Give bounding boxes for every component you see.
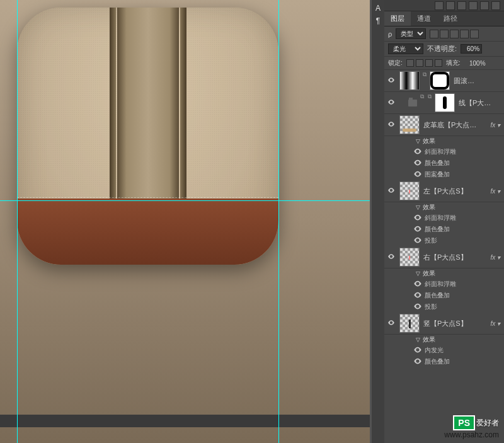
- layer-name[interactable]: 右【P大点S】: [422, 253, 488, 262]
- visibility-icon[interactable]: [387, 76, 395, 84]
- tab-layers[interactable]: 图层: [384, 11, 411, 26]
- svg-point-5: [417, 162, 419, 164]
- paragraph-icon[interactable]: ¶: [376, 16, 380, 25]
- layer-name[interactable]: 线【P大…: [457, 98, 503, 108]
- visibility-icon[interactable]: [387, 319, 395, 326]
- visibility-icon[interactable]: [413, 291, 422, 299]
- adjust-icon[interactable]: [446, 1, 455, 10]
- lock-all-icon[interactable]: [435, 59, 442, 67]
- fx-item[interactable]: 斜面和浮雕: [425, 214, 456, 222]
- visibility-icon[interactable]: [413, 224, 422, 233]
- layer-row[interactable]: ⧉圆滚…: [384, 70, 504, 92]
- lock-position-icon[interactable]: [425, 59, 433, 67]
- svg-point-11: [417, 239, 419, 241]
- svg-point-19: [417, 349, 419, 351]
- layer-thumb[interactable]: [399, 181, 420, 200]
- fx-item[interactable]: 颜色叠加: [425, 159, 450, 168]
- filter-smart-icon[interactable]: [470, 30, 479, 38]
- fx-header[interactable]: 效果: [423, 137, 435, 146]
- fx-item[interactable]: 投影: [425, 302, 437, 311]
- visibility-icon[interactable]: [413, 170, 422, 178]
- svg-point-0: [391, 79, 392, 81]
- layer-name[interactable]: 竖【P大点S】: [422, 319, 488, 328]
- fx-item[interactable]: 颜色叠加: [425, 357, 450, 366]
- filter-shape-icon[interactable]: [460, 30, 469, 38]
- layers-list[interactable]: ⧉圆滚…⧉⧉线【P大…皮革底【P大点…fx ▾▽效果斜面和浮雕颜色叠加图案叠加左…: [384, 70, 504, 443]
- visibility-icon[interactable]: [413, 279, 422, 288]
- layer-row[interactable]: 左【P大点S】fx ▾: [384, 180, 504, 202]
- visibility-icon[interactable]: [387, 187, 395, 194]
- blend-mode-select[interactable]: 柔光: [388, 43, 423, 54]
- opacity-value[interactable]: 60%: [461, 44, 482, 54]
- mask-thumb[interactable]: [435, 93, 455, 112]
- visibility-icon[interactable]: [387, 98, 395, 106]
- tab-paths[interactable]: 路径: [437, 11, 464, 26]
- fx-list: ▽效果斜面和浮雕颜色叠加图案叠加: [384, 136, 504, 180]
- svg-point-14: [417, 283, 419, 285]
- visibility-icon[interactable]: [387, 120, 395, 128]
- layer-row[interactable]: ⧉⧉线【P大…: [384, 92, 504, 114]
- visibility-icon[interactable]: [413, 302, 422, 311]
- mask-thumb[interactable]: [430, 71, 450, 90]
- filter-type-icon[interactable]: [450, 30, 459, 38]
- canvas[interactable]: [0, 0, 370, 443]
- visibility-icon[interactable]: [413, 357, 422, 365]
- fx-list: ▽效果斜面和浮雕颜色叠加投影: [384, 268, 504, 313]
- fx-badge[interactable]: fx ▾: [490, 320, 503, 327]
- layer-name[interactable]: 皮革底【P大点…: [422, 120, 488, 130]
- adjust-icon[interactable]: [435, 1, 444, 10]
- visibility-icon[interactable]: [413, 213, 422, 222]
- filter-row: ρ 类型: [384, 26, 504, 42]
- layer-row[interactable]: 皮革底【P大点…fx ▾: [384, 114, 504, 136]
- layer-name[interactable]: 左【P大点S】: [422, 187, 488, 196]
- fx-header[interactable]: 效果: [423, 335, 435, 344]
- guide-vertical-left[interactable]: [17, 0, 18, 443]
- layer-row[interactable]: 竖【P大点S】fx ▾: [384, 313, 504, 335]
- visibility-icon[interactable]: [413, 345, 422, 354]
- link-icon: ⧉: [420, 93, 425, 112]
- fx-item[interactable]: 斜面和浮雕: [425, 147, 456, 156]
- artwork-icon: [17, 8, 278, 265]
- fx-item[interactable]: 颜色叠加: [425, 291, 450, 300]
- layer-thumb[interactable]: [399, 314, 420, 333]
- visibility-icon[interactable]: [413, 158, 422, 167]
- svg-point-2: [391, 124, 392, 125]
- lock-transparent-icon[interactable]: [406, 59, 414, 67]
- filter-pixel-icon[interactable]: [430, 30, 438, 38]
- guide-horizontal[interactable]: [0, 200, 370, 201]
- adjust-icon[interactable]: [457, 1, 466, 10]
- adjust-icon[interactable]: [480, 1, 489, 10]
- adjust-icon[interactable]: [491, 1, 500, 10]
- layer-name[interactable]: 圆滚…: [452, 76, 503, 86]
- filter-adjust-icon[interactable]: [440, 30, 449, 38]
- fx-header[interactable]: 效果: [423, 269, 435, 278]
- fx-badge[interactable]: fx ▾: [490, 122, 503, 129]
- fx-item[interactable]: 图案叠加: [425, 170, 450, 179]
- fx-list: ▽效果斜面和浮雕颜色叠加投影: [384, 202, 504, 246]
- lock-pixels-icon[interactable]: [416, 59, 423, 67]
- svg-point-12: [391, 256, 392, 257]
- fx-badge[interactable]: fx ▾: [490, 254, 503, 261]
- fx-item[interactable]: 颜色叠加: [425, 225, 450, 234]
- search-icon[interactable]: ρ: [388, 30, 392, 38]
- visibility-icon[interactable]: [387, 253, 395, 260]
- layer-row[interactable]: 右【P大点S】fx ▾: [384, 246, 504, 268]
- fx-item[interactable]: 投影: [425, 236, 437, 245]
- fx-header[interactable]: 效果: [423, 203, 435, 212]
- watermark-text: 爱好者: [476, 418, 499, 429]
- fill-value[interactable]: 100%: [464, 60, 486, 67]
- visibility-icon[interactable]: [413, 236, 422, 245]
- fx-badge[interactable]: fx ▾: [490, 188, 503, 195]
- visibility-icon[interactable]: [413, 147, 422, 156]
- guide-vertical-right[interactable]: [278, 0, 279, 443]
- tab-channels[interactable]: 通道: [411, 11, 437, 26]
- filter-type-select[interactable]: 类型: [396, 28, 426, 39]
- fx-item[interactable]: 内发光: [425, 346, 444, 355]
- adjust-icon[interactable]: [469, 1, 478, 10]
- font-icon[interactable]: A: [375, 4, 381, 13]
- layer-thumb[interactable]: [399, 115, 420, 134]
- layer-thumb[interactable]: [399, 248, 420, 267]
- svg-point-20: [417, 360, 419, 362]
- layer-thumb[interactable]: [399, 71, 420, 90]
- fx-item[interactable]: 斜面和浮雕: [425, 280, 456, 289]
